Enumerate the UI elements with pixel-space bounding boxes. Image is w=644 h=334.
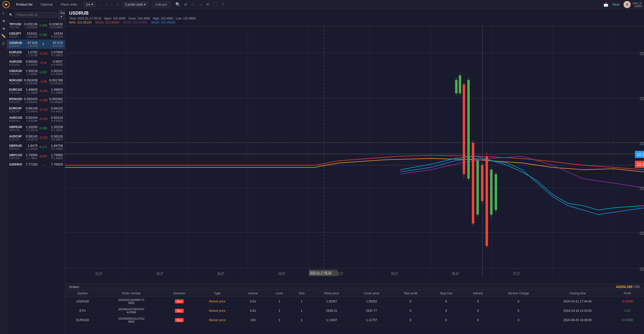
order-interest: 0 bbox=[463, 306, 493, 316]
instrument-row[interactable]: GBPEUR GBPEUR 1.20293 L:1.20118 0.009 1.… bbox=[7, 124, 65, 133]
orders-col-header: volume bbox=[239, 290, 267, 297]
zoom-out-icon[interactable]: ⊖ bbox=[184, 2, 187, 7]
chart-time-label: Time: bbox=[69, 17, 77, 20]
inst-ask-col: 0.92414 H:0.92811 bbox=[49, 116, 63, 122]
inst-name-col: MXNUSD MXNUSD bbox=[9, 97, 24, 104]
ma10-indicator: MA10: 102.48400 bbox=[95, 21, 119, 24]
inst-bid: 1.20293 bbox=[24, 125, 38, 129]
pan-left-icon[interactable]: ← bbox=[191, 2, 195, 7]
order-cover-price: 1.11707 bbox=[351, 316, 392, 325]
instrument-row[interactable]: AUDCAD AUDCAD 0.92434 L:0.92386 -0.153 0… bbox=[7, 114, 65, 124]
inst-sub: AUDCHF bbox=[9, 138, 24, 141]
timeframe-select[interactable]: 1m ▾ bbox=[84, 2, 95, 7]
inst-name: GBPEUR bbox=[9, 125, 24, 129]
inst-bid-col: 0.029136 L:0.029108 bbox=[24, 22, 38, 29]
inst-change: 0.322 bbox=[38, 70, 49, 74]
inst-bid-col: 0.091838 L:0.091800 bbox=[24, 78, 38, 85]
inst-ask: 1.50191 bbox=[49, 69, 63, 73]
theme-icon[interactable]: ☽ bbox=[220, 2, 224, 7]
inst-high: H:0.029053 bbox=[49, 26, 63, 29]
inst-name: EURCAD bbox=[9, 88, 24, 91]
instrument-row[interactable]: USDAUD USDAUD 1.50218 L:1.49687 0.322 1.… bbox=[7, 68, 65, 77]
orders-col-header: Closing time bbox=[544, 290, 611, 297]
instrument-row[interactable]: NOKUSD NOKUSD 0.091838 L:0.091800 -0.38 … bbox=[7, 77, 65, 86]
order-symbol: USDAUD bbox=[65, 297, 100, 306]
inst-bid-col: 1.49689 L:1.49600 bbox=[24, 88, 38, 94]
inst-sub: EURCHF bbox=[9, 110, 24, 113]
instrument-row[interactable]: MXNUSD MXNUSD 0.050433 L:0.050461 -0.396… bbox=[7, 96, 65, 105]
sidebar-icon-2[interactable]: ◀ bbox=[2, 19, 5, 23]
instrument-row[interactable]: USDHKD 7.77183 ... 7.76829 bbox=[7, 161, 65, 168]
instrument-row[interactable]: EURCHF EURCHF 0.94149 L:0.94004 -0.118 0… bbox=[7, 105, 65, 114]
nav-optional[interactable]: Optional bbox=[38, 3, 55, 6]
arrow-down2-icon[interactable]: ↓ bbox=[111, 3, 113, 7]
order-closing-time: 2024-09-20 18:08:09 bbox=[544, 316, 611, 325]
sidebar-icons: ≡ ◀ ◀ ✏️ ☰ bbox=[0, 9, 7, 334]
sidebar-icon-3[interactable]: ◀ bbox=[2, 26, 5, 30]
inst-name-col: GBPCAD GBPCAD bbox=[9, 153, 24, 160]
nav-product-list[interactable]: Product list bbox=[14, 3, 34, 6]
inst-bid: 0.92434 bbox=[24, 116, 38, 120]
reset-icon[interactable]: ⟲ bbox=[206, 2, 209, 7]
order-size: 1 bbox=[291, 297, 312, 306]
svg-text:02:47: 02:47 bbox=[96, 272, 102, 276]
instrument-row[interactable]: EURCAD EURCAD 1.49689 L:1.49600 -0.203 1… bbox=[7, 86, 65, 96]
inst-ask: 0.94125 bbox=[49, 106, 63, 110]
sidebar-icon-4[interactable]: ✏️ bbox=[1, 34, 6, 38]
inst-low: L:0.94004 bbox=[24, 110, 38, 113]
inst-ask: 0.029033 bbox=[49, 22, 63, 26]
instrument-row[interactable]: GBPAUD GBPAUD 1.9475 L:1.94225 0.171 1.9… bbox=[7, 142, 65, 152]
nav-place-order[interactable]: Place order bbox=[59, 3, 79, 6]
inst-bid: 1.49689 bbox=[24, 88, 38, 91]
inst-bid-col: 1.79994 L:1.79647 bbox=[24, 153, 38, 160]
instrument-row[interactable]: AUDCHF AUDCHF 0.58143 L:0.58720 -0.225 0… bbox=[7, 133, 65, 142]
inst-change: -0.396 bbox=[38, 99, 49, 102]
inst-low: L:1.94225 bbox=[24, 148, 38, 150]
inst-ask-col: 7.76829 bbox=[49, 162, 63, 166]
inst-ask: 1.79983 bbox=[49, 153, 63, 157]
chart-high: 102.4800 bbox=[161, 17, 173, 20]
inst-ask-col: 1.49653 H:1.49088 bbox=[49, 88, 63, 94]
search-input[interactable] bbox=[14, 12, 57, 18]
sidebar-icon-1[interactable]: ≡ bbox=[2, 11, 4, 15]
instrument-rows: TRYUSD TRYUSD 0.029136 L:0.029108 0.048 … bbox=[7, 21, 65, 334]
buy-badge: Buy bbox=[175, 309, 184, 313]
inst-bid-col: 7.77183 bbox=[24, 162, 38, 166]
chart-area: USDRUB Time: 2025-01-17 05:54 Open: 102.… bbox=[65, 9, 644, 334]
indicator-button[interactable]: Indicator bbox=[152, 2, 170, 7]
zoom-in-icon[interactable]: 🔍 bbox=[175, 2, 180, 7]
orders-col-header: Symbol bbox=[65, 290, 100, 297]
fullscreen-icon[interactable]: ⛶ bbox=[213, 2, 217, 7]
instrument-row[interactable]: USDRUB USDRUB 97.626 L:97.576 0 97.578 H… bbox=[7, 40, 65, 49]
inst-bid: 1.9475 bbox=[24, 144, 38, 148]
instrument-row[interactable]: USDJPY USDJPY 153151 L:152.835 0.156 153… bbox=[7, 30, 65, 40]
instrument-row[interactable]: GBPCAD GBPCAD 1.79994 L:1.79647 -0.007 1… bbox=[7, 152, 65, 161]
instrument-row[interactable]: AUDUSD AUDUSD 0.66582 L:0.66550 -0.34 0.… bbox=[7, 58, 65, 68]
order-type: Market price bbox=[196, 297, 239, 306]
pan-right-icon[interactable]: → bbox=[198, 2, 202, 7]
notification-icon[interactable]: 📩 bbox=[603, 2, 608, 7]
sidebar-icon-5[interactable]: ☰ bbox=[2, 41, 5, 45]
inst-change: -0.153 bbox=[38, 117, 49, 121]
svg-text:102.0000: 102.0000 bbox=[639, 267, 644, 272]
chart-header: USDRUB Time: 2025-01-17 05:54 Open: 102.… bbox=[65, 9, 644, 26]
svg-text:102.4000: 102.4000 bbox=[639, 141, 644, 146]
candle-select[interactable]: Candle solid ▾ bbox=[123, 2, 148, 7]
inst-high: H:0.092259 bbox=[49, 82, 63, 85]
arrow-up2-icon[interactable]: ↑ bbox=[117, 3, 119, 7]
instrument-row[interactable]: TRYUSD TRYUSD 0.029136 L:0.029108 0.048 … bbox=[7, 21, 65, 30]
inst-change: -0.118 bbox=[38, 108, 49, 111]
instrument-row[interactable]: EURUSD EURUSD 1.0792 L:1.07795 -0.203 1.… bbox=[7, 49, 65, 58]
inst-name: TRYUSD bbox=[9, 22, 24, 26]
arrow-up-green-icon[interactable]: ↑ bbox=[105, 3, 107, 7]
inst-bid-col: 0.66582 L:0.66550 bbox=[24, 60, 38, 66]
orders-col-header: Place price bbox=[312, 290, 351, 297]
inst-bid: 0.029136 bbox=[24, 22, 38, 26]
order-take-profit: 0 bbox=[392, 316, 429, 325]
category-select[interactable]: Forex ▾ bbox=[58, 11, 65, 19]
orders-col-header: Interest bbox=[463, 290, 493, 297]
inst-change: -0.203 bbox=[38, 52, 49, 55]
order-stop-loss: 0 bbox=[429, 297, 463, 306]
arrow-down-red-icon[interactable]: ↓ bbox=[99, 3, 101, 7]
order-interest: 0 bbox=[463, 316, 493, 325]
